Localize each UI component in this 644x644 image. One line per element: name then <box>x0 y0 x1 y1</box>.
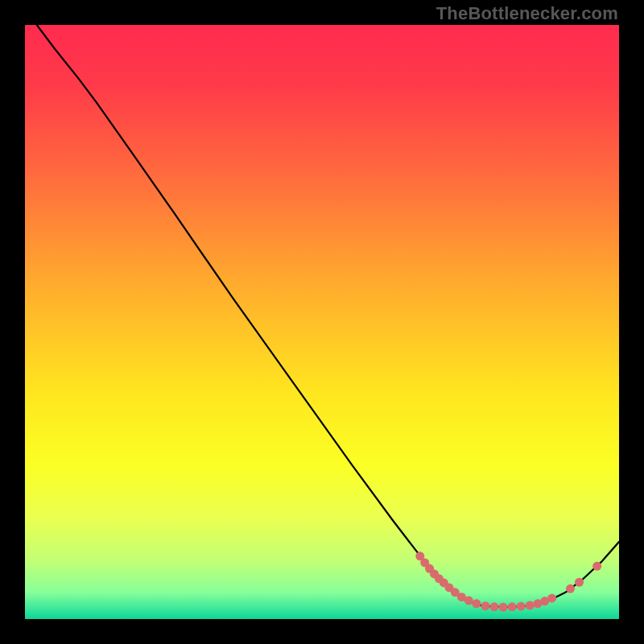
marker-dot <box>481 601 489 610</box>
marker-dot <box>575 578 584 587</box>
marker-dot <box>592 562 601 571</box>
marker-dot <box>490 602 499 611</box>
marker-dot <box>547 594 556 603</box>
plot-area <box>25 25 619 619</box>
watermark-label: TheBottleneсker.com <box>436 3 618 24</box>
marker-dot <box>566 584 575 593</box>
marker-dot <box>526 601 535 610</box>
marker-dot <box>517 602 526 611</box>
marker-dot <box>508 602 517 611</box>
marker-dot <box>464 597 473 605</box>
bottleneck-curve-chart <box>25 25 619 619</box>
marker-dot <box>499 603 508 612</box>
marker-dot <box>472 599 481 608</box>
gradient-background <box>25 25 619 619</box>
